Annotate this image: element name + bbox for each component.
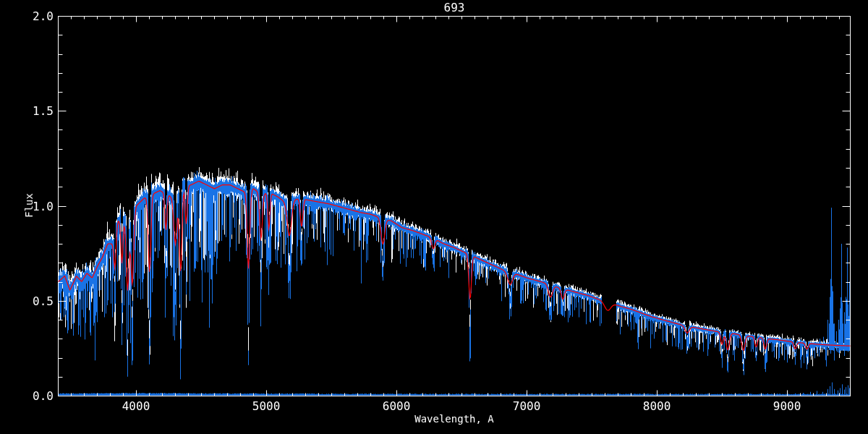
- y-tick-label: 0.5: [20, 294, 54, 308]
- y-tick-label: 1.0: [20, 200, 54, 213]
- x-tick-label: 4000: [110, 399, 162, 413]
- spectrum-plot-window: 693 Wavelength, A Flux 40005000600070008…: [0, 0, 868, 434]
- y-tick-label: 0.0: [20, 389, 54, 403]
- plot-title: 693: [382, 1, 527, 14]
- x-tick-label: 9000: [761, 399, 813, 413]
- x-tick-label: 7000: [501, 399, 553, 413]
- x-tick-label: 5000: [240, 399, 292, 413]
- y-tick-label: 1.5: [20, 104, 54, 118]
- y-tick-label: 2.0: [20, 9, 54, 23]
- x-tick-label: 8000: [631, 399, 683, 413]
- spectrum-canvas: [0, 0, 868, 434]
- x-axis-label: Wavelength, A: [382, 413, 527, 425]
- x-tick-label: 6000: [370, 399, 422, 413]
